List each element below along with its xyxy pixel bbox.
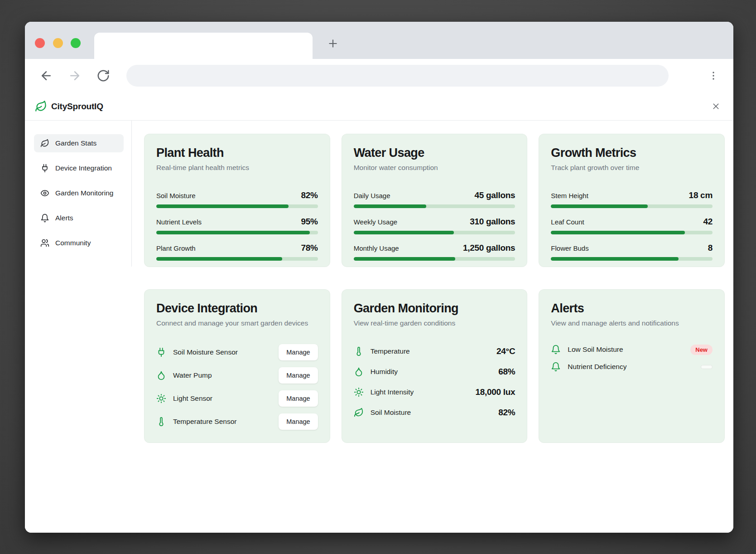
sun-icon xyxy=(156,394,166,403)
card-subtitle: View real-time garden conditions xyxy=(354,319,515,327)
progress-bar xyxy=(551,257,713,261)
reading-label: Light Intensity xyxy=(371,388,414,396)
device-row: Water Pump Manage xyxy=(156,367,318,384)
metric-label: Leaf Count xyxy=(551,218,584,226)
card-subtitle: View and manage alerts and notifications xyxy=(551,319,713,327)
leaf-icon xyxy=(40,139,49,148)
leaf-icon xyxy=(354,408,364,418)
card-title: Device Integration xyxy=(156,301,318,316)
plug-icon xyxy=(156,347,166,357)
kebab-menu-icon xyxy=(708,70,719,81)
progress-bar xyxy=(156,231,318,234)
app-header: CitySproutIQ xyxy=(25,92,733,121)
manage-button[interactable]: Manage xyxy=(279,390,318,407)
browser-toolbar xyxy=(25,59,733,92)
progress-fill xyxy=(551,257,679,261)
metric-label: Daily Usage xyxy=(354,192,390,199)
card-title: Growth Metrics xyxy=(551,146,713,160)
metric-row: Flower Buds 8 xyxy=(551,243,713,261)
sidebar-item-label: Garden Stats xyxy=(55,139,96,147)
browser-menu-button[interactable] xyxy=(704,67,722,85)
bell-icon xyxy=(551,345,561,355)
metric-row: Daily Usage 45 gallons xyxy=(354,190,515,208)
metric-row: Leaf Count 42 xyxy=(551,217,713,234)
manage-button[interactable]: Manage xyxy=(279,413,318,430)
metric-label: Nutrient Levels xyxy=(156,218,202,226)
metric-row: Nutrient Levels 95% xyxy=(156,217,318,234)
progress-fill xyxy=(156,204,289,208)
new-tab-button[interactable] xyxy=(325,35,341,52)
metric-label: Weekly Usage xyxy=(354,218,397,226)
metric-row: Plant Growth 78% xyxy=(156,243,318,261)
app-title: CitySproutIQ xyxy=(51,102,103,112)
back-button[interactable] xyxy=(36,65,57,86)
device-row: Temperature Sensor Manage xyxy=(156,413,318,430)
droplet-icon xyxy=(354,367,364,377)
metric-value: 42 xyxy=(703,217,713,227)
metric-label: Flower Buds xyxy=(551,244,588,252)
metric-value: 310 gallons xyxy=(470,217,515,227)
sidebar-item-garden-monitoring[interactable]: Garden Monitoring xyxy=(34,184,124,202)
progress-bar xyxy=(354,231,515,234)
reading-label: Soil Moisture xyxy=(371,408,411,417)
reading-label: Temperature xyxy=(371,347,410,355)
progress-bar xyxy=(156,257,318,261)
bell-icon xyxy=(40,214,49,223)
card-water-usage: Water Usage Monitor water consumption Da… xyxy=(342,134,528,267)
card-garden-monitoring: Garden Monitoring View real-time garden … xyxy=(342,289,528,443)
sidebar-item-device-integration[interactable]: Device Integration xyxy=(34,159,124,177)
minimize-window-button[interactable] xyxy=(53,38,63,48)
dashboard: Plant Health Real-time plant health metr… xyxy=(132,121,733,533)
sidebar-item-label: Alerts xyxy=(55,214,73,222)
leaf-logo-icon xyxy=(35,100,47,112)
metric-label: Monthly Usage xyxy=(354,244,399,252)
sidebar-item-community[interactable]: Community xyxy=(34,234,124,252)
sidebar: Garden Stats Device Integration Garden M… xyxy=(25,121,132,533)
sidebar-item-label: Device Integration xyxy=(55,164,112,172)
card-subtitle: Real-time plant health metrics xyxy=(156,164,318,172)
new-badge: New xyxy=(690,345,713,355)
reload-button[interactable] xyxy=(93,65,114,86)
progress-fill xyxy=(354,204,427,208)
close-icon xyxy=(711,102,721,111)
plug-icon xyxy=(40,164,49,173)
progress-bar xyxy=(354,257,515,261)
card-title: Alerts xyxy=(551,301,713,316)
progress-fill xyxy=(551,204,648,208)
card-title: Plant Health xyxy=(156,146,318,160)
progress-fill xyxy=(354,231,454,234)
close-window-button[interactable] xyxy=(35,38,45,48)
progress-bar xyxy=(354,204,515,208)
progress-bar xyxy=(551,204,713,208)
progress-fill xyxy=(156,231,310,234)
sidebar-item-label: Community xyxy=(55,239,91,247)
metric-value: 82% xyxy=(301,190,318,200)
maximize-window-button[interactable] xyxy=(71,38,81,48)
progress-fill xyxy=(551,231,685,234)
device-row: Soil Moisture Sensor Manage xyxy=(156,344,318,361)
forward-arrow-icon xyxy=(68,69,82,83)
metric-label: Stem Height xyxy=(551,192,588,199)
sidebar-item-alerts[interactable]: Alerts xyxy=(34,209,124,227)
eye-icon xyxy=(40,189,49,198)
empty-badge xyxy=(701,365,713,369)
manage-button[interactable]: Manage xyxy=(279,367,318,384)
manage-button[interactable]: Manage xyxy=(279,344,318,360)
device-label: Water Pump xyxy=(173,371,212,379)
reading-row: Soil Moisture 82% xyxy=(354,407,515,418)
card-device-integration: Device Integration Connect and manage yo… xyxy=(144,289,330,443)
forward-button[interactable] xyxy=(64,65,85,86)
sidebar-item-garden-stats[interactable]: Garden Stats xyxy=(34,134,124,152)
browser-tab[interactable] xyxy=(94,33,313,59)
card-plant-health: Plant Health Real-time plant health metr… xyxy=(144,134,330,267)
browser-tab-bar xyxy=(25,22,733,59)
alert-row: Low Soil Moisture New xyxy=(551,344,713,355)
card-subtitle: Track plant growth over time xyxy=(551,164,713,172)
address-bar[interactable] xyxy=(126,65,669,87)
reading-row: Light Intensity 18,000 lux xyxy=(354,386,515,398)
metric-row: Soil Moisture 82% xyxy=(156,190,318,208)
bell-icon xyxy=(551,362,561,372)
device-row: Light Sensor Manage xyxy=(156,390,318,407)
droplet-icon xyxy=(156,370,166,380)
close-app-button[interactable] xyxy=(708,99,723,114)
